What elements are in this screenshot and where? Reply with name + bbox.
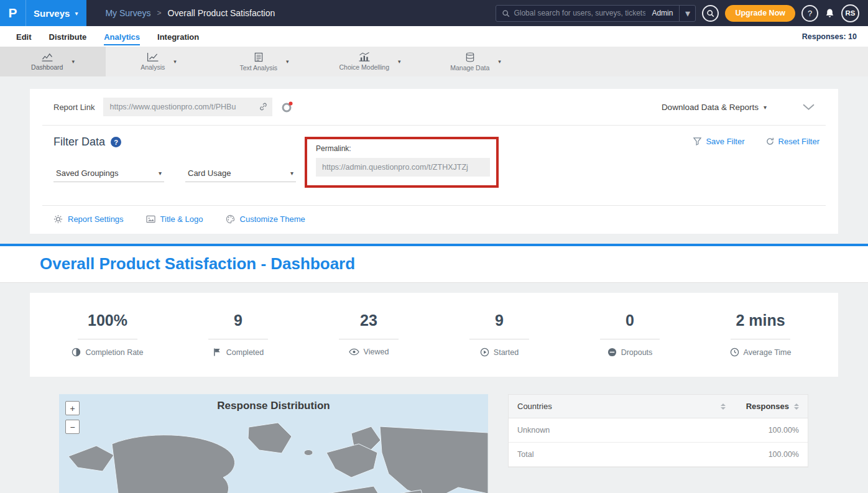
nav-tab-integration[interactable]: Integration (149, 28, 208, 45)
global-search: Admin ▾ (496, 5, 696, 22)
responses-count-badge[interactable]: Responses: 10 (802, 32, 861, 41)
stat-average-time: 2 mins Average Time (695, 311, 826, 357)
combo-chart-icon (358, 52, 371, 62)
toolbar-tab-analysis[interactable]: Analysis ▾ (106, 47, 211, 76)
page-title: Overall Product Satisfaction - Dashboard (40, 254, 828, 274)
product-name: Surveys (34, 8, 70, 19)
permalink-highlight-annotation: Permalink: (305, 137, 499, 188)
funnel-icon (693, 137, 701, 145)
upgrade-now-button[interactable]: Upgrade Now (725, 5, 795, 22)
play-circle-icon (480, 348, 489, 357)
permalink-input[interactable] (316, 158, 490, 177)
country-cell: Unknown (517, 426, 726, 435)
filter-actions: Save Filter Reset Filter (693, 137, 820, 146)
image-icon (146, 214, 155, 224)
customize-theme-link[interactable]: Customize Theme (226, 214, 305, 224)
breadcrumb-my-surveys[interactable]: My Surveys (105, 8, 150, 18)
column-header-countries[interactable]: Countries (517, 402, 721, 411)
chevron-down-icon: ▾ (764, 104, 767, 111)
user-avatar[interactable]: RS (841, 4, 859, 22)
zoom-in-button[interactable]: + (65, 401, 80, 415)
table-row: Total 100.00% (509, 443, 808, 467)
divider (731, 339, 790, 339)
stat-label: Completion Rate (85, 348, 143, 357)
download-data-reports-menu[interactable]: Download Data & Reports ▾ (662, 103, 767, 112)
collapse-panel-chevron[interactable] (803, 104, 815, 111)
help-button[interactable]: ? (801, 5, 818, 22)
divider (78, 339, 137, 339)
toolbar-tab-manage-data[interactable]: Manage Data ▾ (423, 47, 529, 76)
notifications-bell-icon[interactable] (824, 8, 835, 19)
sort-icon[interactable] (721, 403, 726, 410)
nav-tab-distribute[interactable]: Distribute (40, 28, 96, 45)
report-panel: Report Link Download Data & Reports ▾ Fi… (30, 89, 838, 234)
chevron-down-icon[interactable]: ▾ (398, 58, 401, 65)
stat-value: 23 (303, 311, 434, 329)
link-icon[interactable] (259, 102, 268, 111)
response-distribution-map[interactable]: Response Distribution + − (59, 394, 488, 493)
breadcrumb-separator: > (157, 9, 162, 17)
report-link-input[interactable] (103, 98, 272, 116)
chevron-down-icon[interactable]: ▾ (286, 58, 289, 65)
contrast-icon (72, 348, 81, 357)
chevron-down-icon: ▾ (290, 170, 293, 177)
card-usage-select[interactable]: Card Usage ▾ (185, 165, 296, 182)
responses-cell: 100.00% (726, 450, 799, 459)
chevron-down-icon[interactable]: ▾ (498, 58, 501, 65)
search-scope-dropdown[interactable]: ▾ (679, 5, 695, 22)
divider (339, 339, 399, 339)
nav-tab-analytics[interactable]: Analytics (95, 28, 149, 45)
questionpro-logo[interactable]: P (0, 0, 26, 26)
stats-panel: 100% Completion Rate 9 Completed 23 View… (30, 293, 838, 377)
survey-nav: Edit Distribute Analytics Integration Re… (0, 26, 868, 47)
stat-value: 9 (434, 311, 565, 329)
document-icon (254, 52, 263, 62)
stat-label: Average Time (744, 348, 792, 357)
sort-icon[interactable] (794, 403, 799, 410)
saved-groupings-select[interactable]: Saved Groupings ▾ (53, 165, 164, 182)
report-settings-link[interactable]: Report Settings (53, 214, 124, 224)
palette-icon (226, 214, 235, 224)
toolbar-tab-dashboard[interactable]: Dashboard ▾ (0, 47, 106, 76)
toolbar-tab-text-analysis[interactable]: Text Analysis ▾ (211, 47, 317, 76)
chevron-down-icon[interactable]: ▾ (72, 58, 75, 65)
chevron-down-icon[interactable]: ▾ (173, 58, 177, 65)
nav-tab-edit[interactable]: Edit (7, 28, 40, 45)
gear-icon (53, 214, 63, 224)
help-icon[interactable]: ? (111, 137, 121, 147)
breadcrumb: My Surveys > Overall Product Satisfactio… (105, 8, 275, 18)
filter-data-section: Filter Data ? Save Filter Reset Filter S… (30, 126, 838, 205)
search-icon (502, 9, 510, 17)
clock-icon (730, 348, 739, 357)
top-bar: P Surveys ▾ My Surveys > Overall Product… (0, 0, 868, 26)
stat-label: Started (494, 348, 519, 357)
column-header-responses[interactable]: Responses (726, 402, 799, 411)
chevron-down-icon: ▾ (159, 170, 162, 177)
refresh-icon (766, 137, 774, 145)
world-map[interactable] (59, 418, 488, 493)
geo-section: Response Distribution + − (59, 394, 838, 493)
toolbar-tab-choice-modelling[interactable]: Choice Modelling ▾ (317, 47, 423, 76)
product-switcher[interactable]: P Surveys ▾ (0, 0, 86, 26)
topbar-actions: Admin ▾ Upgrade Now ? RS (496, 4, 868, 22)
global-search-input[interactable] (514, 9, 645, 17)
search-button[interactable] (702, 5, 719, 22)
search-scope-label: Admin (645, 9, 679, 17)
report-config-links: Report Settings Title & Logo Customize T… (30, 206, 838, 234)
countries-table-header: Countries Responses (509, 395, 808, 418)
responses-cell: 100.00% (726, 426, 799, 435)
save-filter-button[interactable]: Save Filter (693, 137, 744, 146)
chevron-down-icon: ▾ (75, 10, 78, 17)
minus-circle-icon (607, 348, 617, 357)
stat-label: Viewed (364, 348, 389, 356)
stat-started: 9 Started (434, 311, 565, 357)
title-logo-link[interactable]: Title & Logo (146, 214, 203, 224)
breadcrumb-current-survey: Overall Product Satisfaction (168, 8, 275, 18)
reset-filter-button[interactable]: Reset Filter (766, 137, 820, 146)
stat-value: 100% (42, 311, 173, 329)
stat-value: 0 (565, 311, 695, 329)
report-widget-icon[interactable] (281, 101, 293, 113)
analytics-toolbar: Dashboard ▾ Analysis ▾ Text Analysis ▾ C… (0, 47, 868, 76)
database-icon (466, 52, 474, 62)
stat-viewed: 23 Viewed (303, 311, 434, 357)
